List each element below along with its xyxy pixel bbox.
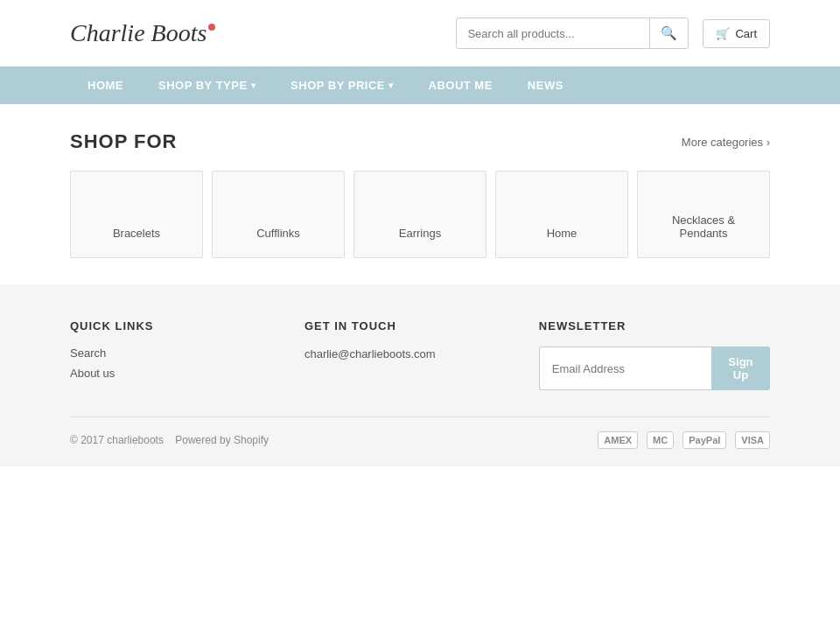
cart-icon: 🛒	[716, 27, 730, 40]
cart-button[interactable]: 🛒 Cart	[703, 19, 770, 48]
nav-item-news[interactable]: NEWS	[510, 66, 581, 104]
category-card-cufflinks[interactable]: Cufflinks	[212, 171, 345, 258]
category-label: Necklaces & Pendants	[647, 214, 760, 240]
chevron-down-icon: ▾	[251, 80, 256, 90]
footer-top: QUICK LINKS Search About us GET IN TOUCH…	[70, 319, 770, 390]
logo[interactable]: Charlie Boots	[70, 19, 215, 47]
footer-newsletter: NEWSLETTER Sign Up	[539, 319, 770, 390]
shop-for-header: SHOP FOR More categories ›	[70, 130, 770, 153]
nav-label-about-me: ABOUT ME	[429, 79, 493, 92]
nav-label-news: NEWS	[528, 79, 564, 92]
category-label: Bracelets	[113, 227, 160, 240]
category-card-earrings[interactable]: Earrings	[354, 171, 486, 258]
category-label: Cufflinks	[256, 227, 300, 240]
payment-mastercard: MC	[647, 431, 674, 449]
search-input[interactable]	[457, 20, 649, 47]
quick-links-title: QUICK LINKS	[70, 319, 252, 332]
main-nav: HOME SHOP BY TYPE ▾ SHOP BY PRICE ▾ ABOU…	[0, 66, 840, 104]
header-right: 🔍 🛒 Cart	[456, 18, 770, 49]
powered-by-link[interactable]: Powered by Shopify	[175, 434, 269, 446]
footer: QUICK LINKS Search About us GET IN TOUCH…	[0, 284, 840, 466]
payment-icons: AMEX MC PayPal VISA	[598, 431, 770, 449]
footer-get-in-touch: GET IN TOUCH charlie@charlieboots.com	[304, 319, 486, 390]
search-button[interactable]: 🔍	[649, 18, 688, 48]
nav-item-home[interactable]: HOME	[70, 66, 141, 104]
categories-grid: Bracelets Cufflinks Earrings Home Neckla…	[70, 171, 770, 258]
footer-bottom: © 2017 charlieboots Powered by Shopify A…	[70, 416, 770, 449]
more-categories-link[interactable]: More categories ›	[682, 136, 770, 149]
category-label: Earrings	[399, 227, 441, 240]
payment-amex: AMEX	[598, 431, 638, 449]
payment-visa: VISA	[735, 431, 770, 449]
category-card-necklaces[interactable]: Necklaces & Pendants	[637, 171, 770, 258]
footer-link-about[interactable]: About us	[70, 367, 252, 380]
category-card-bracelets[interactable]: Bracelets	[70, 171, 203, 258]
shop-for-title: SHOP FOR	[70, 130, 178, 153]
newsletter-signup-button[interactable]: Sign Up	[711, 346, 770, 390]
newsletter-title: NEWSLETTER	[539, 319, 770, 332]
nav-label-shop-by-price: SHOP BY PRICE	[290, 79, 385, 92]
logo-text: Charlie Boots	[70, 19, 206, 47]
newsletter-form: Sign Up	[539, 346, 770, 390]
footer-link-search[interactable]: Search	[70, 346, 252, 360]
cart-label: Cart	[735, 27, 757, 40]
nav-item-about-me[interactable]: ABOUT ME	[411, 66, 510, 104]
nav-item-shop-by-price[interactable]: SHOP BY PRICE ▾	[273, 66, 410, 104]
contact-email: charlie@charlieboots.com	[304, 347, 436, 360]
search-icon: 🔍	[661, 25, 677, 40]
get-in-touch-title: GET IN TOUCH	[304, 319, 486, 332]
nav-item-shop-by-type[interactable]: SHOP BY TYPE ▾	[141, 66, 273, 104]
chevron-down-icon: ▾	[388, 80, 394, 90]
copyright-text: © 2017 charlieboots	[70, 434, 164, 446]
category-card-home[interactable]: Home	[495, 171, 628, 258]
newsletter-email-input[interactable]	[539, 346, 711, 390]
header: Charlie Boots 🔍 🛒 Cart	[0, 0, 840, 66]
category-label: Home	[547, 227, 578, 240]
footer-copyright: © 2017 charlieboots Powered by Shopify	[70, 434, 269, 446]
nav-label-shop-by-type: SHOP BY TYPE	[158, 79, 248, 92]
main-content: SHOP FOR More categories › Bracelets Cuf…	[0, 104, 840, 284]
footer-quick-links: QUICK LINKS Search About us	[70, 319, 252, 390]
nav-label-home: HOME	[88, 79, 123, 92]
search-form: 🔍	[456, 18, 689, 49]
logo-dot	[208, 24, 215, 31]
payment-paypal: PayPal	[682, 431, 726, 449]
